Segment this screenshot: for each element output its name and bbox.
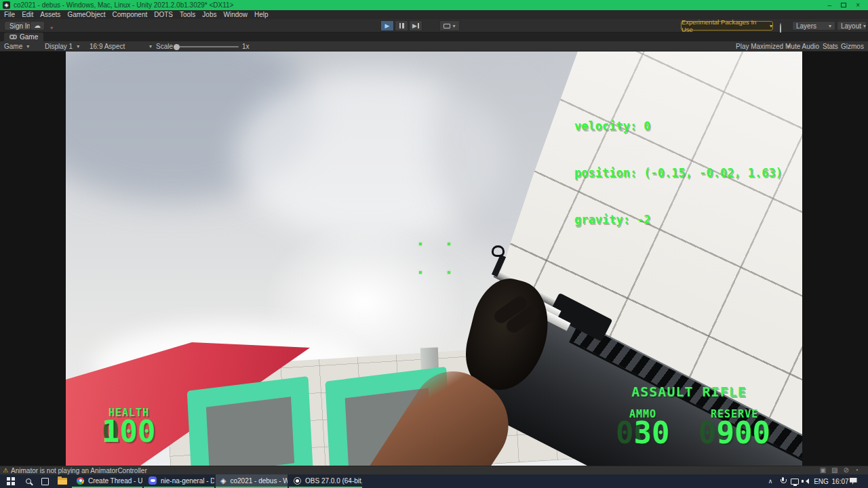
network-display-icon[interactable] (789, 474, 801, 488)
taskbar-search-button[interactable] (20, 474, 37, 488)
menu-component[interactable]: Component (113, 11, 148, 18)
minimize-icon[interactable]: – (828, 2, 832, 9)
chevron-down-icon: ▾ (149, 43, 152, 49)
unity-editor-window: ◈ co2021 - debus - Windows, Mac, Linux -… (0, 0, 868, 488)
tab-game-label: Game (20, 33, 38, 41)
pause-icon (399, 23, 404, 28)
taskbar-app-discord[interactable]: nie-na-general - Disc... (144, 474, 214, 488)
tab-game[interactable]: Game (4, 33, 43, 41)
scale-slider-track[interactable] (174, 46, 239, 47)
stats-toggle[interactable]: Stats (823, 41, 838, 52)
play-mode-dropdown[interactable]: ▾ (439, 20, 460, 31)
menu-window[interactable]: Window (223, 11, 248, 18)
status-icon-4[interactable]: ◔ (854, 467, 859, 474)
cloud-icon: ☁ (34, 22, 41, 29)
file-explorer-button[interactable] (54, 474, 71, 488)
gizmos-dropdown[interactable]: Gizmos ▾ (841, 41, 868, 52)
action-center-icon[interactable] (846, 474, 860, 488)
folder-icon (58, 478, 67, 485)
step-button[interactable]: ▶ (409, 20, 422, 31)
layers-dropdown[interactable]: Layers ▾ (792, 21, 835, 30)
menu-gameobject[interactable]: GameObject (67, 11, 105, 18)
display-icon (443, 24, 450, 28)
display-target-dropdown[interactable]: Display 1 ▾ (45, 41, 79, 52)
chevron-down-icon: ▾ (863, 23, 866, 29)
warning-icon: ⚠ (3, 468, 8, 474)
play-button[interactable]: ▶ (380, 20, 394, 31)
taskbar-app-label: Create Thread - Unity ... (88, 477, 142, 485)
close-icon[interactable]: × (856, 2, 860, 9)
status-icon-2[interactable]: ▨ (831, 467, 837, 474)
task-view-icon (41, 478, 49, 485)
status-icon-1[interactable]: ▣ (820, 467, 826, 474)
menu-tools[interactable]: Tools (180, 11, 195, 18)
menu-assets[interactable]: Assets (40, 11, 60, 18)
play-maximized-dropdown[interactable]: Play Maximized ▾ (736, 41, 790, 52)
crosshair-dot (448, 271, 450, 274)
taskbar-app-unity[interactable]: ◈ co2021 - debus - Win... (216, 474, 288, 488)
pause-button[interactable] (395, 20, 408, 31)
taskbar-app-obs[interactable]: OBS 27.0.0 (64-bit, wi... (289, 474, 362, 488)
taskbar-app-chrome[interactable]: Create Thread - Unity ... (72, 474, 142, 488)
debug-overlay: velocity: 0 position: (-0.15, -0.02, 1.6… (574, 87, 783, 259)
unity-logo-glyph: ◈ (4, 2, 8, 8)
chevron-down-icon: ▾ (26, 43, 29, 49)
restore-icon[interactable] (841, 3, 846, 7)
crosshair-dot (419, 243, 422, 245)
status-message: Animator is not playing an AnimatorContr… (11, 467, 147, 474)
microphone-icon[interactable] (777, 474, 788, 488)
ammo-number: 30 (634, 416, 670, 450)
scale-slider-knob[interactable] (174, 44, 180, 50)
search-icon (26, 479, 31, 484)
chevron-down-icon: ▾ (770, 23, 772, 29)
sign-in-label: Sign In (9, 22, 31, 30)
status-bar-icons: ▣ ▨ ⊘ ◔ (820, 467, 865, 474)
menu-edit[interactable]: Edit (22, 11, 33, 18)
teal-window-frame (187, 376, 314, 466)
menu-file[interactable]: File (4, 11, 15, 18)
layout-dropdown[interactable]: Layout ▾ (837, 21, 867, 30)
cloud-button[interactable]: ☁ (30, 21, 45, 30)
chevron-down-icon: ▾ (452, 23, 455, 29)
start-button[interactable] (3, 474, 19, 488)
menu-dots[interactable]: DOTS (154, 11, 173, 18)
step-icon: ▶ (412, 23, 419, 29)
viewport-right-gutter (802, 52, 868, 466)
debug-gravity: gravity: -2 (574, 212, 783, 228)
display-mode-dropdown[interactable]: Game ▾ (4, 41, 29, 52)
health-number: 100 (102, 415, 155, 449)
experimental-packages-badge[interactable]: Experimental Packages In Use ▾ (681, 21, 773, 30)
mute-audio-toggle[interactable]: Mute Audio (785, 41, 819, 52)
main-toolbar: Sign In ☁ * ▶ ▶ ▾ Experimental Packages … (0, 19, 868, 33)
reserve-number: 900 (716, 416, 770, 450)
taskbar-app-label: co2021 - debus - Win... (230, 477, 288, 485)
status-icon-3[interactable]: ⊘ (844, 467, 849, 474)
scale-value: 1x (242, 41, 250, 52)
tray-chevron-up[interactable]: ∧ (765, 474, 776, 488)
weapon-name: ASSAULT RIFLE (584, 384, 794, 400)
speaker-icon[interactable] (800, 474, 811, 488)
health-value: 000 100 (102, 415, 155, 449)
window-title: co2021 - debus - Windows, Mac, Linux - U… (14, 1, 233, 9)
status-bar[interactable]: ⚠ Animator is not playing an AnimatorCon… (0, 466, 868, 474)
unity-logo-icon: ◈ (3, 1, 10, 9)
menu-help[interactable]: Help (254, 11, 269, 18)
obs-icon (294, 477, 301, 485)
menu-jobs[interactable]: Jobs (202, 11, 216, 18)
chrome-icon (77, 477, 84, 485)
unity-logo-icon: ◈ (220, 477, 226, 485)
windows-taskbar: Create Thread - Unity ... nie-na-general… (0, 474, 868, 488)
scale-label: Scale (156, 41, 173, 52)
game-viewport[interactable]: velocity: 0 position: (-0.15, -0.02, 1.6… (66, 52, 802, 466)
chevron-down-icon: ▾ (77, 43, 79, 49)
layout-label: Layout (841, 22, 861, 30)
task-view-button[interactable] (37, 474, 53, 488)
taskbar-app-label: OBS 27.0.0 (64-bit, wi... (305, 477, 362, 485)
gamepad-icon (9, 35, 17, 39)
rifle-front-sight-ring (492, 245, 505, 257)
debug-velocity: velocity: 0 (574, 119, 783, 134)
crosshair-dot (419, 271, 422, 274)
tab-strip: Game (0, 33, 868, 41)
title-bar: ◈ co2021 - debus - Windows, Mac, Linux -… (0, 0, 868, 10)
aspect-ratio-dropdown[interactable]: 16:9 Aspect ▾ (90, 41, 152, 52)
